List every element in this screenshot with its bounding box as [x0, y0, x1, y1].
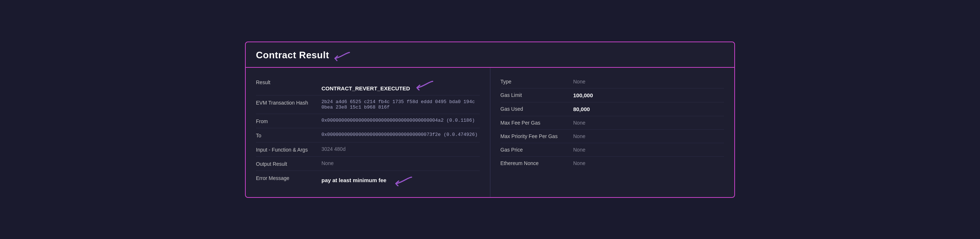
max-fee-per-gas-value: None	[573, 120, 585, 126]
output-row: Output Result None	[256, 157, 480, 171]
max-fee-per-gas-row: Max Fee Per Gas None	[501, 116, 724, 130]
from-label: From	[256, 118, 321, 124]
evm-tx-hash-value: 2b24 a4d6 6525 c214 fb4c 1735 f58d eddd …	[321, 99, 480, 110]
output-label: Output Result	[256, 160, 321, 167]
error-message-value: pay at least minimum fee	[321, 175, 480, 186]
gas-used-row: Gas Used 80,000	[501, 102, 724, 116]
ethereum-nonce-row: Ethereum Nonce None	[501, 157, 724, 170]
from-value: 0x00000000000000000000000000000000000000…	[321, 118, 480, 123]
evm-tx-hash-row: EVM Transaction Hash 2b24 a4d6 6525 c214…	[256, 96, 480, 114]
gas-price-value: None	[573, 147, 585, 153]
result-label: Result	[256, 79, 321, 85]
type-row: Type None	[501, 75, 724, 89]
from-row: From 0x000000000000000000000000000000000…	[256, 114, 480, 128]
type-value: None	[573, 79, 585, 84]
max-fee-per-gas-label: Max Fee Per Gas	[501, 120, 573, 126]
error-message-text: pay at least minimum fee	[321, 177, 386, 183]
gas-used-value: 80,000	[573, 106, 590, 112]
evm-tx-hash-label: EVM Transaction Hash	[256, 99, 321, 106]
error-arrow-icon	[394, 175, 413, 186]
error-message-label: Error Message	[256, 175, 321, 181]
type-label: Type	[501, 79, 573, 84]
right-panel: Type None Gas Limit 100,000 Gas Used 80,…	[490, 68, 735, 197]
page-title: Contract Result	[256, 49, 329, 61]
result-row: Result CONTRACT_REVERT_EXECUTED	[256, 75, 480, 96]
max-priority-fee-per-gas-label: Max Priority Fee Per Gas	[501, 133, 573, 139]
gas-limit-row: Gas Limit 100,000	[501, 89, 724, 102]
error-message-row: Error Message pay at least minimum fee	[256, 171, 480, 190]
input-label: Input - Function & Args	[256, 146, 321, 153]
card-body: Result CONTRACT_REVERT_EXECUTED EVM Tran…	[246, 68, 734, 197]
gas-used-label: Gas Used	[501, 106, 573, 112]
gas-price-label: Gas Price	[501, 147, 573, 153]
to-value: 0x0000000000000000000000000000000000073f…	[321, 132, 480, 137]
card-header: Contract Result	[246, 42, 734, 68]
max-priority-fee-per-gas-value: None	[573, 133, 585, 139]
result-arrow-icon	[415, 79, 434, 90]
ethereum-nonce-label: Ethereum Nonce	[501, 160, 573, 166]
contract-result-card: Contract Result Result CONTRACT_REVERT_E…	[245, 41, 735, 198]
input-row: Input - Function & Args 3024 480d	[256, 142, 480, 157]
left-panel: Result CONTRACT_REVERT_EXECUTED EVM Tran…	[246, 68, 490, 197]
to-label: To	[256, 132, 321, 139]
ethereum-nonce-value: None	[573, 160, 585, 166]
to-row: To 0x00000000000000000000000000000000000…	[256, 128, 480, 142]
input-value: 3024 480d	[321, 146, 480, 152]
gas-limit-value: 100,000	[573, 92, 593, 98]
gas-price-row: Gas Price None	[501, 143, 724, 157]
gas-limit-label: Gas Limit	[501, 92, 573, 98]
output-value: None	[321, 160, 480, 166]
result-value: CONTRACT_REVERT_EXECUTED	[321, 79, 480, 91]
max-priority-fee-per-gas-row: Max Priority Fee Per Gas None	[501, 130, 724, 143]
header-arrow-icon	[334, 49, 351, 62]
